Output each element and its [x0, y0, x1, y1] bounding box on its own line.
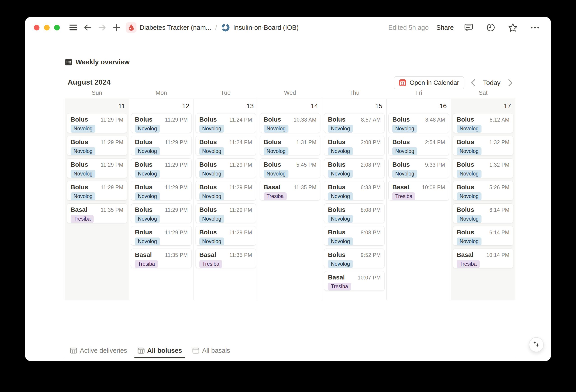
event-title: Bolus	[457, 139, 474, 146]
event-card[interactable]: Bolus8:48 AMNovolog	[388, 113, 449, 133]
event-card[interactable]: Bolus8:08 PMNovolog	[324, 204, 384, 223]
event-card[interactable]: Bolus11:29 PMNovolog	[67, 136, 127, 155]
event-card[interactable]: Bolus11:29 PMNovolog	[131, 204, 192, 223]
event-card[interactable]: Bolus9:52 PMNovolog	[324, 248, 384, 268]
event-card[interactable]: Bolus2:54 PMNovolog	[388, 136, 449, 155]
event-card[interactable]: Bolus6:14 PMNovolog	[453, 204, 513, 223]
event-tag: Novolog	[199, 238, 224, 245]
comments-icon[interactable]	[463, 22, 475, 33]
event-title: Bolus	[71, 116, 88, 123]
event-card[interactable]: Bolus1:32 PMNovolog	[453, 136, 513, 155]
zoom-window-button[interactable]	[54, 25, 60, 30]
event-title: Bolus	[71, 161, 88, 168]
event-tag: Novolog	[392, 125, 417, 133]
event-card[interactable]: Bolus6:14 PMNovolog	[453, 226, 513, 246]
event-tag: Novolog	[199, 147, 224, 155]
event-card[interactable]: Basal11:35 PMTresiba	[67, 204, 127, 223]
event-tag: Novolog	[328, 260, 353, 268]
event-time: 11:29 PM	[229, 184, 252, 191]
event-card[interactable]: Bolus11:29 PMNovolog	[196, 204, 256, 223]
event-time: 11:29 PM	[101, 117, 124, 123]
event-time: 11:29 PM	[229, 230, 252, 236]
event-card[interactable]: Bolus11:29 PMNovolog	[67, 158, 127, 178]
event-card[interactable]: Bolus1:32 PMNovolog	[453, 158, 513, 178]
event-card[interactable]: Bolus8:12 AMNovolog	[453, 113, 513, 133]
event-card[interactable]: Basal11:35 PMTresiba	[131, 248, 192, 268]
event-tag: Tresiba	[71, 215, 94, 223]
day-column: 15Bolus8:57 AMNovologBolus2:08 PMNovolog…	[322, 99, 386, 300]
today-button[interactable]: Today	[482, 79, 501, 87]
next-week-chevron-icon[interactable]	[505, 78, 515, 88]
day-column: 14Bolus10:38 AMNovologBolus1:31 PMNovolo…	[258, 99, 322, 300]
event-card[interactable]: Basal10:07 PMTresiba	[324, 271, 384, 291]
close-window-button[interactable]	[34, 25, 39, 30]
event-card[interactable]: Basal10:14 PMTresiba	[453, 248, 513, 268]
event-title-row: Basal11:35 PM	[199, 251, 252, 258]
event-card[interactable]: Basal10:08 PMTresiba	[388, 181, 449, 201]
event-time: 8:48 AM	[425, 117, 445, 123]
event-title: Basal	[71, 206, 87, 213]
event-title: Bolus	[199, 206, 217, 213]
event-time: 9:33 PM	[425, 162, 445, 168]
minimize-window-button[interactable]	[44, 25, 50, 30]
breadcrumb-page[interactable]: Insulin-on-Board (IOB)	[233, 24, 299, 31]
ai-assistant-button[interactable]	[529, 337, 544, 352]
event-card[interactable]: Basal11:35 PMTresiba	[260, 181, 320, 201]
event-card[interactable]: Bolus5:45 PMNovolog	[260, 158, 320, 178]
event-card[interactable]: Bolus8:57 AMNovolog	[324, 113, 384, 133]
event-card[interactable]: Bolus11:29 PMNovolog	[131, 113, 192, 133]
event-card[interactable]: Bolus1:31 PMNovolog	[260, 136, 320, 155]
event-time: 11:35 PM	[229, 252, 252, 258]
event-time: 1:32 PM	[490, 162, 510, 168]
event-card[interactable]: Bolus11:29 PMNovolog	[196, 181, 256, 201]
event-card[interactable]: Bolus6:33 PMNovolog	[324, 181, 384, 201]
event-title-row: Bolus1:32 PM	[457, 161, 510, 168]
view-title[interactable]: Weekly overview	[76, 58, 130, 66]
event-card[interactable]: Bolus11:29 PMNovolog	[131, 158, 192, 178]
event-card[interactable]: Bolus10:38 AMNovolog	[260, 113, 320, 133]
event-card[interactable]: Bolus11:24 PMNovolog	[196, 136, 256, 155]
events-list: Bolus10:38 AMNovologBolus1:31 PMNovologB…	[258, 113, 322, 201]
more-options-icon[interactable]	[529, 22, 541, 33]
event-card[interactable]: Bolus11:29 PMNovolog	[131, 136, 192, 155]
event-tag: Novolog	[264, 170, 288, 178]
share-button[interactable]: Share	[436, 24, 454, 31]
tab-active-deliveries[interactable]: Active deliveries	[67, 343, 130, 358]
event-time: 11:29 PM	[101, 184, 124, 191]
favorite-star-icon[interactable]	[507, 22, 519, 33]
event-title-row: Bolus11:29 PM	[135, 183, 188, 191]
event-tag: Novolog	[392, 147, 417, 155]
history-clock-icon[interactable]	[485, 22, 497, 33]
back-arrow-icon[interactable]	[82, 22, 94, 33]
previous-week-chevron-icon[interactable]	[468, 78, 478, 88]
sidebar-menu-icon[interactable]	[67, 22, 79, 33]
tab-all-boluses[interactable]: All boluses	[134, 343, 185, 358]
event-card[interactable]: Bolus2:08 PMNovolog	[324, 136, 384, 155]
event-card[interactable]: Bolus11:29 PMNovolog	[196, 158, 256, 178]
event-card[interactable]: Bolus11:29 PMNovolog	[196, 226, 256, 246]
app-window: Diabetes Tracker (nam... / Insulin-on-Bo…	[25, 17, 551, 361]
date-label: 17	[451, 99, 515, 113]
event-title-row: Bolus11:29 PM	[71, 139, 123, 146]
forward-arrow-icon[interactable]	[96, 22, 108, 33]
event-time: 11:29 PM	[165, 117, 188, 123]
new-page-icon[interactable]	[111, 22, 122, 33]
event-card[interactable]: Basal11:35 PMTresiba	[196, 248, 256, 268]
event-card[interactable]: Bolus11:24 PMNovolog	[196, 113, 256, 133]
event-title: Bolus	[71, 183, 88, 191]
event-card[interactable]: Bolus11:29 PMNovolog	[131, 226, 192, 246]
event-card[interactable]: Bolus8:08 PMNovolog	[324, 226, 384, 246]
tab-label: Active deliveries	[80, 347, 127, 354]
event-card[interactable]: Bolus5:26 PMNovolog	[453, 181, 513, 201]
tab-all-basals[interactable]: All basals	[189, 343, 233, 358]
event-card[interactable]: Bolus11:29 PMNovolog	[67, 113, 127, 133]
event-title: Basal	[135, 251, 152, 258]
breadcrumb-root[interactable]: Diabetes Tracker (nam...	[140, 24, 211, 31]
event-title-row: Bolus11:29 PM	[199, 229, 252, 236]
event-time: 10:08 PM	[422, 184, 445, 191]
event-tag: Novolog	[135, 125, 160, 133]
event-card[interactable]: Bolus11:29 PMNovolog	[131, 181, 192, 201]
event-card[interactable]: Bolus11:29 PMNovolog	[67, 181, 127, 201]
event-card[interactable]: Bolus2:08 PMNovolog	[324, 158, 384, 178]
event-card[interactable]: Bolus9:33 PMNovolog	[388, 158, 449, 178]
